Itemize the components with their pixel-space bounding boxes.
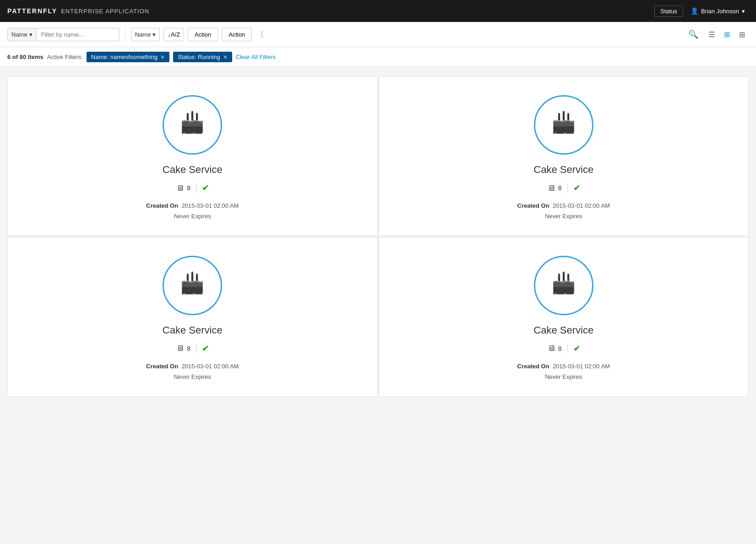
monitor-icon: 🖥 — [176, 183, 184, 193]
main-content: Cake Service 🖥 8 ✔ Created On 2015-03-01… — [0, 67, 756, 544]
filter-tag-status-close[interactable]: ✕ — [223, 54, 228, 60]
card-view-button[interactable]: ⊞ — [720, 27, 734, 42]
card-expires: Never Expires — [146, 372, 239, 382]
sort-label: Name — [135, 31, 151, 38]
sort-direction-icon: ↓A/Z — [168, 31, 180, 38]
filter-tag-status-text: Status: Running — [178, 54, 220, 60]
stat-monitor: 🖥 8 — [176, 183, 190, 193]
monitor-icon: 🖥 — [547, 344, 555, 353]
status-check-icon: ✔ — [573, 183, 580, 193]
stat-divider — [567, 183, 568, 193]
list-view-button[interactable]: ☰ — [705, 27, 718, 42]
cake-icon — [548, 109, 580, 141]
card-stats: 🖥 8 ✔ — [547, 183, 580, 193]
stat-count: 8 — [558, 345, 562, 352]
table-view-icon: ⊞ — [739, 31, 745, 38]
card-created: Created On 2015-03-01 02:00 AM — [517, 361, 610, 372]
cake-icon — [176, 109, 208, 141]
status-check-icon: ✔ — [573, 344, 580, 354]
search-button[interactable]: 🔍 — [684, 27, 703, 42]
card-title: Cake Service — [163, 324, 223, 336]
active-filters-label: Active Filters: — [47, 54, 83, 60]
stat-count: 8 — [187, 345, 190, 352]
filter-tag-name-close[interactable]: ✕ — [160, 54, 165, 60]
card-created: Created On 2015-03-01 02:00 AM — [146, 200, 239, 211]
stat-divider — [196, 183, 196, 193]
svg-point-28 — [563, 271, 565, 274]
svg-point-21 — [196, 274, 198, 276]
service-card: Cake Service 🖥 8 ✔ Created On 2015-03-01… — [379, 237, 749, 397]
svg-point-3 — [187, 113, 189, 115]
svg-rect-25 — [563, 274, 565, 281]
card-title: Cake Service — [163, 164, 223, 176]
svg-rect-18 — [196, 275, 198, 281]
svg-rect-17 — [191, 274, 193, 281]
clear-all-filters-button[interactable]: Clear All Filters — [236, 54, 276, 60]
toolbar-right: 🔍 ☰ ⊞ ⊞ — [684, 27, 749, 42]
stat-monitor: 🖥 8 — [547, 344, 562, 353]
svg-rect-10 — [567, 115, 569, 120]
card-title: Cake Service — [533, 324, 593, 336]
sort-chevron-icon: ▾ — [152, 31, 156, 38]
action-button-2[interactable]: Action — [222, 28, 252, 41]
toolbar: Name ▾ Name ▾ ↓A/Z Action Action ⋮ 🔍 ☰ ⊞… — [0, 22, 756, 47]
cards-grid: Cake Service 🖥 8 ✔ Created On 2015-03-01… — [7, 76, 749, 397]
monitor-icon: 🖥 — [547, 183, 555, 193]
card-created: Created On 2015-03-01 02:00 AM — [146, 361, 239, 372]
list-view-icon: ☰ — [708, 31, 715, 38]
app-header: PATTERNFLY ENTERPRISE APPLICATION Status… — [0, 0, 756, 22]
user-chevron-icon: ▾ — [742, 8, 745, 15]
filter-tag-name-text: Name: nameofsomething — [91, 54, 158, 60]
header-right: Status 👤 Brian Johnson ▾ — [654, 5, 749, 17]
stat-divider — [567, 344, 568, 353]
search-icon: 🔍 — [688, 30, 698, 39]
user-name: Brian Johnson — [701, 8, 739, 15]
kebab-menu-button[interactable]: ⋮ — [256, 27, 268, 42]
filter-group: Name ▾ — [7, 28, 120, 41]
stat-monitor: 🖥 8 — [176, 344, 190, 353]
card-created: Created On 2015-03-01 02:00 AM — [517, 200, 610, 211]
filter-input[interactable] — [37, 28, 119, 41]
svg-point-27 — [558, 274, 560, 276]
stat-count: 8 — [187, 184, 190, 192]
card-meta: Created On 2015-03-01 02:00 AM Never Exp… — [146, 200, 239, 222]
card-expires: Never Expires — [146, 211, 239, 221]
stat-monitor: 🖥 8 — [547, 183, 562, 193]
user-menu[interactable]: 👤 Brian Johnson ▾ — [687, 5, 749, 16]
table-view-button[interactable]: ⊞ — [735, 27, 749, 42]
card-title: Cake Service — [533, 164, 593, 176]
card-icon-circle — [163, 95, 222, 155]
brand: PATTERNFLY ENTERPRISE APPLICATION — [7, 7, 149, 15]
status-check-icon: ✔ — [202, 344, 209, 354]
svg-point-4 — [191, 111, 193, 113]
card-expires: Never Expires — [517, 372, 610, 382]
card-meta: Created On 2015-03-01 02:00 AM Never Exp… — [517, 200, 610, 222]
service-card: Cake Service 🖥 8 ✔ Created On 2015-03-01… — [379, 76, 749, 236]
svg-point-20 — [191, 271, 193, 274]
svg-point-29 — [567, 274, 569, 276]
card-icon-circle — [534, 256, 593, 315]
action-button-1[interactable]: Action — [188, 28, 218, 41]
stat-count: 8 — [558, 184, 562, 192]
toolbar-divider-1 — [125, 27, 125, 41]
service-card: Cake Service 🖥 8 ✔ Created On 2015-03-01… — [7, 76, 378, 236]
svg-rect-16 — [187, 275, 189, 281]
filter-bar: 6 of 80 Items Active Filters: Name: name… — [0, 47, 756, 67]
sort-select[interactable]: Name ▾ — [131, 28, 160, 41]
card-stats: 🖥 8 ✔ — [176, 344, 209, 354]
monitor-icon: 🖥 — [176, 344, 184, 353]
card-stats: 🖥 8 ✔ — [547, 344, 580, 354]
filter-type-select[interactable]: Name ▾ — [8, 28, 37, 41]
svg-rect-9 — [563, 113, 565, 121]
svg-rect-1 — [191, 113, 193, 121]
svg-point-11 — [558, 113, 560, 115]
svg-rect-0 — [187, 115, 189, 120]
status-button[interactable]: Status — [654, 5, 683, 17]
svg-point-12 — [563, 111, 565, 113]
card-icon-circle — [163, 256, 222, 315]
status-check-icon: ✔ — [202, 183, 209, 193]
item-count: 6 of 80 Items — [7, 54, 44, 60]
filter-tag-name: Name: nameofsomething ✕ — [87, 52, 169, 62]
sort-direction-button[interactable]: ↓A/Z — [163, 28, 184, 41]
brand-logo: PATTERNFLY — [7, 7, 57, 15]
